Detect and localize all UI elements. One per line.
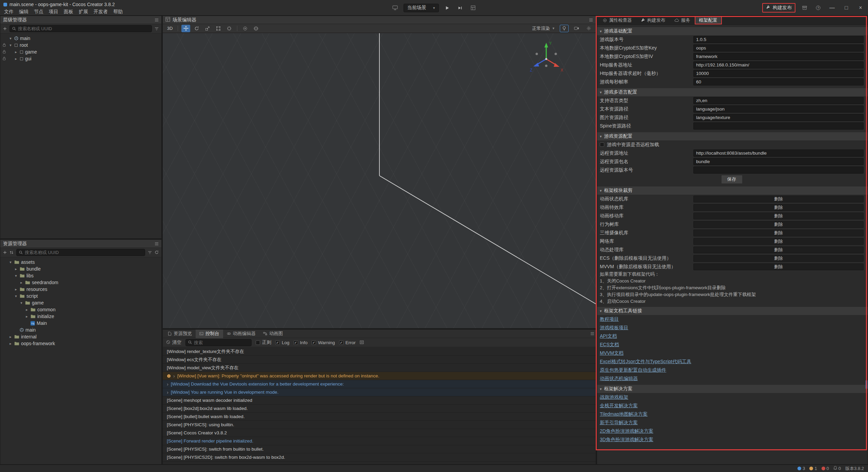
property-input[interactable] bbox=[693, 105, 864, 113]
doc-link[interactable]: 教程项目 bbox=[600, 316, 619, 322]
panel-menu-icon[interactable] bbox=[155, 17, 159, 23]
assets-search[interactable] bbox=[16, 249, 145, 256]
add-asset-icon[interactable] bbox=[3, 250, 7, 255]
property-input[interactable] bbox=[693, 114, 864, 121]
move-tool-icon[interactable] bbox=[181, 25, 190, 32]
doc-link[interactable]: 全栈开发解决方案 bbox=[600, 403, 638, 409]
add-node-icon[interactable] bbox=[3, 26, 7, 32]
console-tab-控制台[interactable]: 控制台 bbox=[196, 330, 223, 338]
rotate-tool-icon[interactable] bbox=[192, 25, 201, 32]
menu-item-开发者[interactable]: 开发者 bbox=[91, 8, 111, 15]
collapse-arrow-icon[interactable]: ▾ bbox=[14, 274, 18, 278]
menu-item-扩展[interactable]: 扩展 bbox=[76, 8, 91, 15]
transform-gizmo-icon[interactable] bbox=[225, 25, 234, 32]
collapse-logs-icon[interactable] bbox=[360, 340, 364, 345]
property-input[interactable] bbox=[693, 122, 864, 130]
render-mode-select[interactable]: 正常渲染 ▾ bbox=[530, 25, 556, 32]
checkbox[interactable] bbox=[600, 142, 604, 147]
pivot-toggle-icon[interactable] bbox=[241, 25, 250, 32]
asset-item-libs[interactable]: ▾libs bbox=[0, 272, 161, 279]
property-input[interactable] bbox=[693, 150, 864, 157]
lock-icon[interactable] bbox=[3, 50, 6, 54]
checkbox[interactable] bbox=[312, 340, 316, 345]
filter-icon[interactable] bbox=[155, 26, 159, 32]
section-header[interactable]: ▾游戏基础配置 bbox=[597, 27, 868, 35]
checkbox[interactable] bbox=[339, 340, 343, 345]
expand-arrow-icon[interactable]: ▸ bbox=[14, 50, 18, 54]
close-button[interactable]: × bbox=[856, 5, 865, 11]
property-input[interactable] bbox=[693, 36, 864, 43]
collapse-arrow-icon[interactable]: ▾ bbox=[19, 301, 23, 305]
hierarchy-search[interactable] bbox=[9, 25, 152, 32]
menu-item-帮助[interactable]: 帮助 bbox=[111, 8, 125, 15]
delete-button[interactable]: 删除 bbox=[693, 255, 864, 262]
console-search-input[interactable] bbox=[194, 340, 254, 345]
doc-link[interactable]: 动画状态机编辑器 bbox=[600, 376, 638, 382]
maximize-button[interactable]: □ bbox=[842, 5, 851, 11]
log-row[interactable]: [Scene] Cocos Creator v3.8.2 bbox=[163, 429, 596, 437]
section-header[interactable]: ▾游戏多语言配置 bbox=[597, 88, 868, 96]
console-search[interactable] bbox=[185, 339, 252, 346]
doc-link[interactable]: ECS文档 bbox=[600, 342, 619, 348]
property-input[interactable] bbox=[693, 166, 864, 174]
hierarchy-item-gui[interactable]: ▸gui bbox=[0, 55, 161, 62]
log-row[interactable]: [Window] render_texture文件夹不存在 bbox=[163, 348, 596, 356]
refresh-icon[interactable] bbox=[155, 250, 159, 255]
section-header[interactable]: ▾游戏资源配置 bbox=[597, 132, 868, 140]
help-icon[interactable]: ? bbox=[814, 3, 823, 12]
lock-icon[interactable] bbox=[3, 43, 6, 47]
expand-arrow-icon[interactable]: ▸ bbox=[8, 341, 13, 346]
rect-tool-icon[interactable] bbox=[214, 25, 223, 32]
build-publish-button[interactable]: 构建发布 bbox=[762, 3, 795, 13]
asset-item-common[interactable]: ▸common bbox=[0, 306, 161, 313]
regex-toggle[interactable]: 正则 bbox=[256, 339, 271, 346]
coordinate-toggle-icon[interactable] bbox=[252, 25, 260, 32]
log-row[interactable]: [Scene] Forward render pipeline initiali… bbox=[163, 437, 596, 445]
section-header[interactable]: ▾框架解决方案 bbox=[597, 385, 868, 393]
expand-arrow-icon[interactable]: ▸ bbox=[25, 314, 29, 319]
asset-item-bundle[interactable]: ▸bundle bbox=[0, 266, 161, 272]
expand-arrow-icon[interactable]: › bbox=[167, 381, 169, 387]
play-button[interactable] bbox=[443, 3, 452, 12]
property-input[interactable] bbox=[693, 97, 864, 104]
delete-button[interactable]: 删除 bbox=[693, 204, 864, 211]
doc-link[interactable]: 新手引导解决方案 bbox=[600, 420, 638, 426]
log-row[interactable]: [Scene] [PHYSICS2D]: switch from box2d-w… bbox=[163, 453, 596, 461]
collapse-arrow-icon[interactable]: ▾ bbox=[8, 36, 13, 41]
hierarchy-item-game[interactable]: ▸game bbox=[0, 48, 161, 55]
asset-item-script[interactable]: ▾script bbox=[0, 293, 161, 299]
property-input[interactable] bbox=[693, 53, 864, 60]
layout-icon[interactable] bbox=[469, 3, 477, 12]
orientation-gizmo[interactable]: Y X Z bbox=[527, 39, 565, 77]
doc-link[interactable]: 战旗游戏框架 bbox=[600, 394, 628, 400]
section-header[interactable]: ▾框架文档工具链接 bbox=[597, 307, 868, 315]
regex-checkbox[interactable] bbox=[256, 340, 260, 345]
minimize-button[interactable]: — bbox=[827, 5, 837, 11]
asset-item-initialize[interactable]: ▸initialize bbox=[0, 313, 161, 320]
expand-arrow-icon[interactable]: › bbox=[167, 390, 169, 395]
delete-button[interactable]: 删除 bbox=[693, 247, 864, 253]
console-tab-资源预览[interactable]: 资源预览 bbox=[164, 330, 196, 338]
log-row[interactable]: [Window] ecs文件夹不存在 bbox=[163, 356, 596, 364]
clear-console-button[interactable]: 清空 bbox=[166, 339, 181, 346]
doc-link[interactable]: 3D角色扮演游戏解决方案 bbox=[600, 437, 653, 443]
asset-item-assets[interactable]: ▾assets bbox=[0, 259, 161, 266]
collapse-arrow-icon[interactable]: ▾ bbox=[8, 260, 13, 264]
hierarchy-item-root[interactable]: ▾root bbox=[0, 42, 161, 48]
camera-view-icon[interactable] bbox=[572, 25, 581, 32]
sort-icon[interactable] bbox=[9, 250, 14, 255]
delete-button[interactable]: 删除 bbox=[693, 196, 864, 202]
collapse-arrow-icon[interactable]: ▾ bbox=[14, 294, 18, 298]
expand-arrow-icon[interactable]: ▸ bbox=[25, 308, 29, 312]
preview-device-icon[interactable] bbox=[391, 3, 399, 12]
delete-button[interactable]: 删除 bbox=[693, 230, 864, 236]
lighting-toggle-icon[interactable] bbox=[560, 25, 569, 32]
filter-icon[interactable] bbox=[148, 250, 152, 255]
filter-Error[interactable]: Error bbox=[339, 340, 356, 345]
log-row[interactable]: [Scene] [bullet]:bullet wasm lib loaded. bbox=[163, 413, 596, 421]
asset-item-main[interactable]: main bbox=[0, 327, 161, 333]
task-list-icon[interactable] bbox=[800, 3, 809, 12]
checkbox[interactable] bbox=[294, 340, 298, 345]
doc-link[interactable]: 2D角色扮演游戏解决方案 bbox=[600, 428, 653, 434]
notification-count[interactable]: 0 bbox=[833, 466, 841, 471]
